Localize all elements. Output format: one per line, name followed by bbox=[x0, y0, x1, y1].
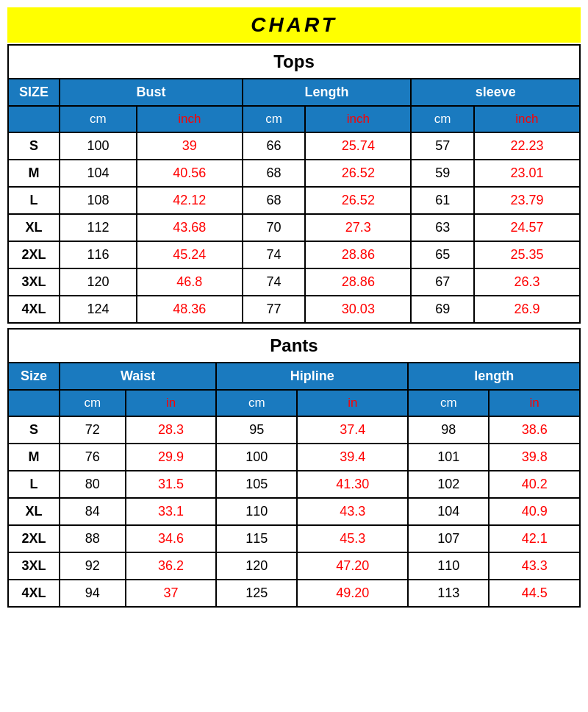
len-cm-cell: 98 bbox=[408, 416, 489, 444]
bust-cm-cell: 108 bbox=[60, 187, 137, 214]
tops-sleeve-inch: inch bbox=[474, 106, 580, 132]
len-in-cell: 26.52 bbox=[305, 187, 411, 214]
table-row: 2XL 116 45.24 74 28.86 65 25.35 bbox=[8, 241, 580, 268]
bust-in-cell: 46.8 bbox=[137, 268, 243, 296]
len-cm-cell: 110 bbox=[408, 552, 489, 580]
pants-len-in: in bbox=[489, 390, 580, 416]
tops-size-header: SIZE bbox=[8, 79, 60, 106]
table-row: XL 84 33.1 110 43.3 104 40.9 bbox=[8, 498, 580, 525]
size-cell: 3XL bbox=[8, 552, 60, 580]
table-row: 4XL 94 37 125 49.20 113 44.5 bbox=[8, 580, 580, 607]
tops-subheader-row: cm inch cm inch cm inch bbox=[8, 106, 580, 132]
bust-cm-cell: 104 bbox=[60, 160, 137, 187]
table-row: L 108 42.12 68 26.52 61 23.79 bbox=[8, 187, 580, 214]
table-row: 2XL 88 34.6 115 45.3 107 42.1 bbox=[8, 525, 580, 552]
table-row: 3XL 92 36.2 120 47.20 110 43.3 bbox=[8, 552, 580, 580]
size-cell: 3XL bbox=[8, 268, 60, 296]
tops-length-header: Length bbox=[243, 79, 412, 106]
hip-cm-cell: 105 bbox=[216, 471, 297, 498]
bust-in-cell: 42.12 bbox=[137, 187, 243, 214]
hip-in-cell: 37.4 bbox=[297, 416, 408, 444]
pants-section-title: Pants bbox=[7, 328, 581, 362]
tops-section-title: Tops bbox=[7, 44, 581, 78]
len-in-cell: 44.5 bbox=[489, 580, 580, 607]
sleeve-in-cell: 25.35 bbox=[474, 241, 580, 268]
sleeve-in-cell: 22.23 bbox=[474, 132, 580, 160]
size-cell: M bbox=[8, 160, 60, 187]
len-in-cell: 27.3 bbox=[305, 214, 411, 241]
bust-in-cell: 45.24 bbox=[137, 241, 243, 268]
pants-hip-in: in bbox=[297, 390, 408, 416]
waist-cm-cell: 80 bbox=[60, 471, 126, 498]
table-row: XL 112 43.68 70 27.3 63 24.57 bbox=[8, 214, 580, 241]
chart-title: CHART bbox=[7, 7, 581, 43]
len-cm-cell: 102 bbox=[408, 471, 489, 498]
table-row: S 100 39 66 25.74 57 22.23 bbox=[8, 132, 580, 160]
table-row: M 104 40.56 68 26.52 59 23.01 bbox=[8, 160, 580, 187]
sleeve-cm-cell: 59 bbox=[411, 160, 474, 187]
tops-table: SIZE Bust Length sleeve cm inch cm inch … bbox=[7, 78, 581, 324]
bust-in-cell: 40.56 bbox=[137, 160, 243, 187]
waist-cm-cell: 72 bbox=[60, 416, 126, 444]
sleeve-cm-cell: 57 bbox=[411, 132, 474, 160]
len-in-cell: 38.6 bbox=[489, 416, 580, 444]
size-cell: XL bbox=[8, 214, 60, 241]
sleeve-in-cell: 26.3 bbox=[474, 268, 580, 296]
size-cell: 2XL bbox=[8, 525, 60, 552]
tops-len-inch: inch bbox=[305, 106, 411, 132]
table-row: M 76 29.9 100 39.4 101 39.8 bbox=[8, 444, 580, 471]
pants-waist-cm: cm bbox=[60, 390, 126, 416]
pants-subheader-row: cm in cm in cm in bbox=[8, 390, 580, 416]
waist-cm-cell: 88 bbox=[60, 525, 126, 552]
hip-cm-cell: 125 bbox=[216, 580, 297, 607]
size-cell: S bbox=[8, 132, 60, 160]
len-cm-cell: 70 bbox=[243, 214, 306, 241]
len-in-cell: 30.03 bbox=[305, 296, 411, 323]
len-in-cell: 43.3 bbox=[489, 552, 580, 580]
sleeve-cm-cell: 65 bbox=[411, 241, 474, 268]
sleeve-cm-cell: 61 bbox=[411, 187, 474, 214]
bust-cm-cell: 124 bbox=[60, 296, 137, 323]
bust-cm-cell: 116 bbox=[60, 241, 137, 268]
len-in-cell: 40.2 bbox=[489, 471, 580, 498]
len-cm-cell: 104 bbox=[408, 498, 489, 525]
bust-in-cell: 39 bbox=[137, 132, 243, 160]
hip-cm-cell: 100 bbox=[216, 444, 297, 471]
tops-sleeve-cm: cm bbox=[411, 106, 474, 132]
waist-in-cell: 34.6 bbox=[126, 525, 217, 552]
len-in-cell: 40.9 bbox=[489, 498, 580, 525]
hip-cm-cell: 120 bbox=[216, 552, 297, 580]
hip-in-cell: 49.20 bbox=[297, 580, 408, 607]
len-in-cell: 26.52 bbox=[305, 160, 411, 187]
pants-len-cm: cm bbox=[408, 390, 489, 416]
tops-bust-cm: cm bbox=[60, 106, 137, 132]
len-cm-cell: 74 bbox=[243, 241, 306, 268]
size-cell: M bbox=[8, 444, 60, 471]
pants-waist-in: in bbox=[126, 390, 217, 416]
size-cell: L bbox=[8, 187, 60, 214]
pants-tbody: S 72 28.3 95 37.4 98 38.6 M 76 29.9 100 … bbox=[8, 416, 580, 607]
waist-cm-cell: 92 bbox=[60, 552, 126, 580]
size-cell: 4XL bbox=[8, 580, 60, 607]
sleeve-cm-cell: 67 bbox=[411, 268, 474, 296]
hip-in-cell: 39.4 bbox=[297, 444, 408, 471]
waist-in-cell: 33.1 bbox=[126, 498, 217, 525]
pants-waist-header: Waist bbox=[60, 363, 216, 390]
waist-cm-cell: 84 bbox=[60, 498, 126, 525]
len-in-cell: 25.74 bbox=[305, 132, 411, 160]
sleeve-in-cell: 24.57 bbox=[474, 214, 580, 241]
tops-len-cm: cm bbox=[243, 106, 306, 132]
hip-in-cell: 47.20 bbox=[297, 552, 408, 580]
size-cell: S bbox=[8, 416, 60, 444]
pants-header-row: Size Waist Hipline length bbox=[8, 363, 580, 390]
table-row: S 72 28.3 95 37.4 98 38.6 bbox=[8, 416, 580, 444]
pants-hipline-header: Hipline bbox=[216, 363, 408, 390]
sleeve-in-cell: 26.9 bbox=[474, 296, 580, 323]
pants-hip-cm: cm bbox=[216, 390, 297, 416]
bust-cm-cell: 100 bbox=[60, 132, 137, 160]
size-cell: XL bbox=[8, 498, 60, 525]
table-row: L 80 31.5 105 41.30 102 40.2 bbox=[8, 471, 580, 498]
waist-in-cell: 36.2 bbox=[126, 552, 217, 580]
hip-cm-cell: 95 bbox=[216, 416, 297, 444]
tops-tbody: S 100 39 66 25.74 57 22.23 M 104 40.56 6… bbox=[8, 132, 580, 323]
